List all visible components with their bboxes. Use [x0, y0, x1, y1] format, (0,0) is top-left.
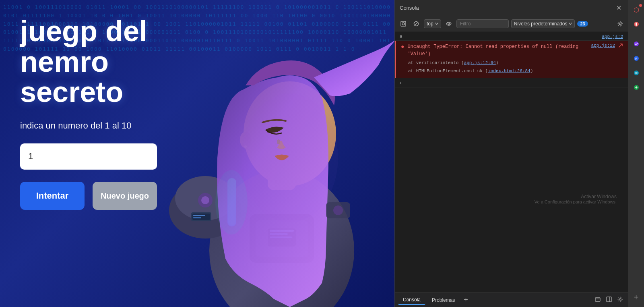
error-file-link[interactable]: app.js:12 — [591, 43, 615, 48]
svg-point-25 — [215, 170, 248, 234]
dock-side-button[interactable] — [605, 296, 613, 305]
inspect-icon-button[interactable] — [398, 19, 409, 29]
blue-icon: E — [633, 55, 640, 62]
svg-line-30 — [415, 22, 418, 25]
devtools-bottom-tabs: Consola Problemas + — [395, 292, 628, 307]
windows-watermark: Activar Windows Ve a Configuración para … — [395, 73, 623, 204]
console-line-8: 8 app.js:2 — [395, 33, 628, 41]
extension-icon-3[interactable] — [630, 37, 643, 50]
svg-point-26 — [242, 93, 338, 222]
stack-link-1[interactable]: app.js:12:64 — [464, 60, 496, 65]
game-content: juegp del nemro secreto indica un numero… — [0, 0, 197, 307]
extension-icon-2[interactable] — [630, 18, 643, 31]
svg-point-45 — [635, 72, 638, 74]
extension-icon-5[interactable] — [630, 66, 643, 79]
cursor-icon-button[interactable]: ⬡ — [630, 3, 643, 16]
svg-point-4 — [201, 196, 209, 204]
error-count-badge: 23 — [577, 21, 588, 27]
extension-icon-4[interactable]: E — [630, 52, 643, 65]
error-icon: ● — [401, 44, 404, 50]
plus-icon: + — [634, 293, 639, 302]
stack-line-1: at verificarintento (app.js:12:64) — [408, 59, 623, 67]
intentar-button[interactable]: Intentar — [20, 182, 85, 210]
game-title: juegp del nemro secreto — [20, 16, 181, 108]
error-stack: at verificarintento (app.js:12:64) at HT… — [401, 59, 623, 75]
svg-point-28 — [402, 23, 405, 25]
svg-point-31 — [448, 23, 450, 25]
bar-separator-1 — [632, 34, 641, 34]
svg-rect-27 — [401, 21, 406, 26]
nuevo-juego-button[interactable]: Nuevo juego — [93, 182, 157, 210]
game-panel: 11001 0 100111010000 01011 10001 00 1001… — [0, 0, 394, 307]
file-link-app-js-2[interactable]: app.js:2 — [602, 34, 623, 39]
character-image — [169, 17, 394, 307]
filter-input[interactable] — [456, 19, 509, 28]
devtools-toolbar: top Niveles predeterminados 23 — [395, 16, 628, 31]
game-subtitle: indica un numero del 1 al 10 — [20, 120, 181, 132]
levels-dropdown[interactable]: Niveles predeterminados — [511, 19, 575, 28]
devtools-panel: Consola ✕ top — [394, 0, 628, 307]
svg-point-24 — [333, 205, 343, 215]
devtools-topbar: Consola ✕ — [395, 0, 628, 16]
svg-rect-35 — [607, 297, 611, 302]
svg-rect-33 — [595, 298, 600, 301]
add-icon-button[interactable]: + — [630, 291, 643, 304]
number-input[interactable] — [20, 143, 157, 170]
svg-text:E: E — [635, 57, 637, 61]
stack-line-2: at HTMLButtonElement.onclick (index.html… — [408, 67, 623, 75]
expand-arrow[interactable]: › — [395, 78, 628, 87]
purple-icon — [633, 41, 640, 47]
svg-point-37 — [619, 299, 621, 300]
block-icon-button[interactable] — [411, 19, 421, 29]
buttons-row: Intentar Nuevo juego — [20, 182, 181, 210]
red-dot-icon — [633, 21, 640, 27]
character-svg — [169, 17, 394, 307]
add-tab-button[interactable]: + — [461, 296, 470, 305]
tab-problemas[interactable]: Problemas — [427, 296, 460, 305]
tab-consola[interactable]: Consola — [398, 295, 425, 305]
settings-button[interactable] — [616, 19, 625, 28]
right-icon-bar: ⬡ E + — [628, 0, 644, 307]
error-text: Uncaught TypeError: Cannot read properti… — [407, 43, 588, 58]
error-block: ● Uncaught TypeError: Cannot read proper… — [395, 41, 628, 78]
svg-rect-39 — [636, 23, 637, 25]
cursor-icon: ⬡ — [634, 6, 639, 14]
stack-link-2[interactable]: index.html:26:84 — [488, 68, 530, 73]
green-icon — [633, 84, 640, 91]
extension-icon-6[interactable] — [630, 81, 643, 94]
bottom-tab-icons — [593, 296, 625, 305]
devtools-close-button[interactable]: ✕ — [614, 4, 623, 12]
svg-point-32 — [619, 23, 621, 25]
undock-button[interactable] — [593, 296, 602, 305]
eye-icon-button[interactable] — [444, 19, 454, 29]
settings-bottom-button[interactable] — [616, 296, 625, 305]
console-content: 8 app.js:2 ● Uncaught TypeError: Cannot … — [395, 31, 628, 292]
line-number-8: 8 — [400, 34, 402, 39]
devtools-title: Consola — [400, 5, 419, 11]
svg-rect-40 — [636, 25, 637, 26]
error-external-link-icon[interactable] — [618, 43, 623, 48]
windows-watermark-line2: Ve a Configuración para activar Windows. — [395, 199, 617, 204]
windows-watermark-line1: Activar Windows — [395, 194, 617, 199]
notification-dot — [639, 4, 642, 7]
context-dropdown[interactable]: top — [424, 19, 441, 28]
teal-icon — [633, 70, 640, 76]
